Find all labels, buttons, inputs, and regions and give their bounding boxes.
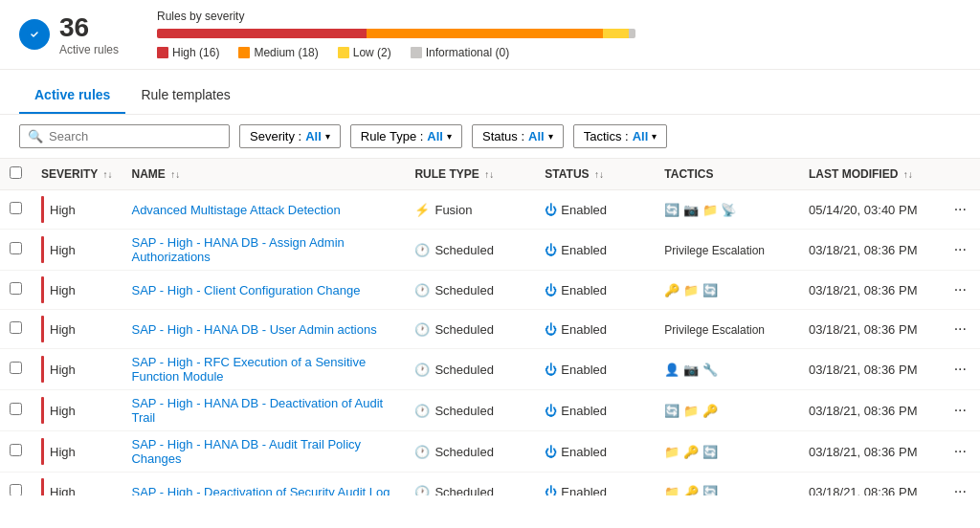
legend-info: Informational (0) (411, 46, 509, 59)
filter-ruletype-value: All (427, 129, 443, 143)
row-rule-type: 🕐Scheduled (405, 230, 535, 271)
tactics-icons: 🔑 📁 🔄 (664, 283, 717, 297)
filter-status[interactable]: Status : All ▾ (472, 124, 564, 148)
row-more-button[interactable]: ··· (950, 241, 970, 257)
col-select (0, 159, 32, 190)
top-bar: 36 Active rules Rules by severity High (… (0, 0, 980, 70)
col-tactics: TACTICS (655, 159, 799, 190)
row-checkbox[interactable] (10, 282, 22, 295)
table-row[interactable]: HighSAP - High - HANA DB - Deactivation … (0, 390, 980, 431)
row-actions[interactable]: ··· (941, 349, 980, 390)
table-row[interactable]: HighSAP - High - Client Configuration Ch… (0, 271, 980, 310)
status-text: Enabled (561, 445, 607, 459)
row-tactics: 📁 🔑 🔄 (655, 473, 799, 496)
row-status: ⏻Enabled (535, 271, 655, 310)
row-checkbox[interactable] (10, 484, 22, 495)
row-severity: High (32, 310, 122, 349)
status-text: Enabled (561, 322, 607, 337)
row-last-modified: 03/18/21, 08:36 PM (799, 349, 941, 390)
row-checkbox[interactable] (10, 242, 22, 254)
severity-text: High (50, 445, 76, 459)
filter-ruletype-label: Rule Type : (361, 129, 424, 143)
table-row[interactable]: HighSAP - High - HANA DB - User Admin ac… (0, 310, 980, 349)
table-row[interactable]: HighSAP - High - RFC Execution of a Sens… (0, 349, 980, 390)
rules-table: SEVERITY ↑↓ NAME ↑↓ RULE TYPE ↑↓ STATUS … (0, 159, 980, 495)
sort-icon-ruletype: ↑↓ (484, 169, 494, 180)
table-row[interactable]: HighSAP - High - HANA DB - Audit Trail P… (0, 431, 980, 473)
table-row[interactable]: HighSAP - High - Deactivation of Securit… (0, 473, 980, 496)
severity-legend: High (16) Medium (18) Low (2) Informatio… (157, 46, 961, 59)
search-input[interactable] (49, 129, 221, 143)
col-severity[interactable]: SEVERITY ↑↓ (32, 159, 122, 190)
table-row[interactable]: HighAdvanced Multistage Attack Detection… (0, 190, 980, 230)
tactics-text: Privilege Escalation (664, 323, 765, 337)
row-checkbox[interactable] (10, 444, 22, 456)
severity-text: High (50, 322, 76, 337)
status-icon: ⏻ (545, 203, 557, 217)
row-more-button[interactable]: ··· (950, 483, 970, 495)
chevron-down-icon: ▾ (325, 131, 330, 142)
severity-bar-indicator (41, 196, 44, 223)
row-actions[interactable]: ··· (941, 390, 980, 431)
row-name[interactable]: SAP - High - HANA DB - Assign Admin Auth… (122, 230, 405, 271)
severity-bar-indicator (41, 236, 44, 263)
row-more-button[interactable]: ··· (950, 281, 970, 297)
severity-text: High (50, 283, 76, 297)
row-more-button[interactable]: ··· (950, 201, 970, 217)
sort-icon-modified: ↑↓ (903, 169, 913, 180)
table-row[interactable]: HighSAP - High - HANA DB - Assign Admin … (0, 230, 980, 271)
severity-block: Rules by severity High (16) Medium (18) … (157, 10, 961, 59)
severity-text: High (50, 243, 76, 257)
search-box[interactable]: 🔍 (19, 124, 230, 148)
status-text: Enabled (561, 243, 607, 257)
filter-rule-type[interactable]: Rule Type : All ▾ (350, 124, 462, 148)
row-name[interactable]: SAP - High - Deactivation of Security Au… (122, 473, 405, 496)
filter-tactics[interactable]: Tactics : All ▾ (573, 124, 668, 148)
row-checkbox-cell (0, 431, 32, 473)
col-last-modified[interactable]: LAST MODIFIED ↑↓ (799, 159, 941, 190)
status-text: Enabled (561, 283, 607, 297)
row-checkbox-cell (0, 390, 32, 431)
ruletype-text: Scheduled (434, 404, 493, 418)
row-actions[interactable]: ··· (941, 271, 980, 310)
row-status: ⏻Enabled (535, 431, 655, 473)
row-more-button[interactable]: ··· (950, 443, 970, 459)
row-name[interactable]: SAP - High - HANA DB - User Admin action… (122, 310, 405, 349)
row-name[interactable]: SAP - High - RFC Execution of a Sensitiv… (122, 349, 405, 390)
row-name[interactable]: SAP - High - HANA DB - Deactivation of A… (122, 390, 405, 431)
ruletype-icon: 🕐 (414, 445, 430, 459)
row-more-button[interactable]: ··· (950, 361, 970, 377)
tab-rule-templates[interactable]: Rule templates (125, 77, 245, 114)
row-checkbox-cell (0, 349, 32, 390)
col-name[interactable]: NAME ↑↓ (122, 159, 405, 190)
col-rule-type[interactable]: RULE TYPE ↑↓ (405, 159, 535, 190)
row-name[interactable]: Advanced Multistage Attack Detection (122, 190, 405, 230)
row-actions[interactable]: ··· (941, 431, 980, 473)
tabs: Active rules Rule templates (0, 77, 980, 115)
tactics-text: Privilege Escalation (664, 244, 765, 257)
row-name[interactable]: SAP - High - Client Configuration Change (122, 271, 405, 310)
status-icon: ⏻ (545, 404, 557, 418)
row-checkbox[interactable] (10, 321, 22, 334)
row-severity: High (32, 431, 122, 473)
row-last-modified: 03/18/21, 08:36 PM (799, 473, 941, 496)
row-more-button[interactable]: ··· (950, 402, 970, 418)
row-actions[interactable]: ··· (941, 230, 980, 271)
row-more-button[interactable]: ··· (950, 320, 970, 337)
col-status[interactable]: STATUS ↑↓ (535, 159, 655, 190)
tab-active-rules[interactable]: Active rules (19, 77, 125, 114)
status-text: Enabled (561, 203, 607, 217)
row-tactics: 📁 🔑 🔄 (655, 431, 799, 473)
row-actions[interactable]: ··· (941, 310, 980, 349)
row-status: ⏻Enabled (535, 473, 655, 496)
legend-high: High (16) (157, 46, 219, 59)
row-actions[interactable]: ··· (941, 473, 980, 496)
row-checkbox[interactable] (10, 403, 22, 415)
select-all-checkbox[interactable] (10, 166, 22, 179)
row-tactics: Privilege Escalation (655, 230, 799, 271)
row-checkbox[interactable] (10, 362, 22, 374)
row-actions[interactable]: ··· (941, 190, 980, 230)
row-checkbox[interactable] (10, 202, 22, 214)
row-name[interactable]: SAP - High - HANA DB - Audit Trail Polic… (122, 431, 405, 473)
filter-severity[interactable]: Severity : All ▾ (239, 124, 341, 148)
